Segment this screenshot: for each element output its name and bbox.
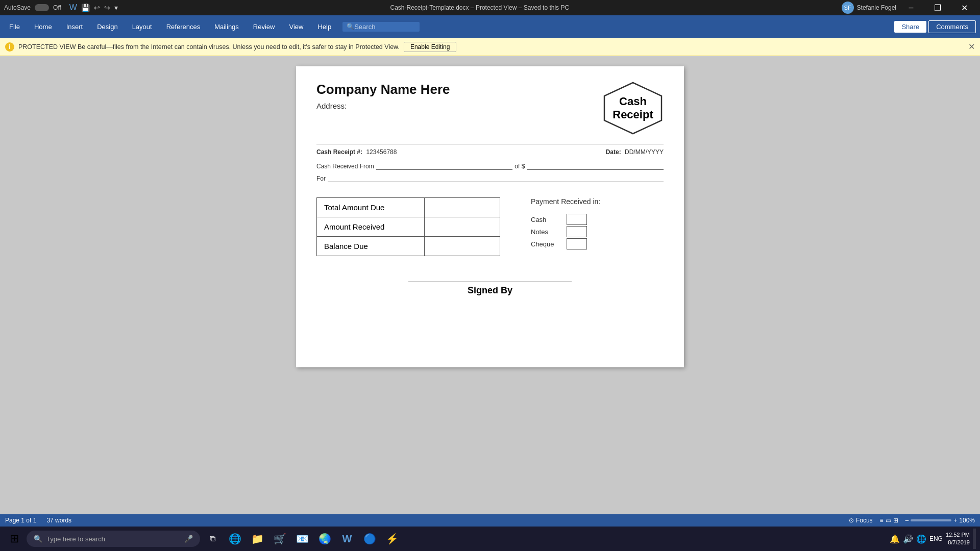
customize-icon[interactable]: ▾ — [114, 4, 118, 12]
company-info: Company Name Here Address: — [316, 82, 450, 110]
table-row: Amount Received — [317, 217, 500, 237]
title-bar-left: AutoSave Off W 💾 ↩ ↪ ▾ — [4, 3, 118, 12]
main-content: Company Name Here Address: Cash Receipt … — [0, 56, 980, 514]
zoom-in-icon[interactable]: + — [953, 517, 957, 524]
edge-icon[interactable]: 🌐 — [225, 529, 245, 549]
amount-value[interactable] — [425, 237, 500, 256]
table-row: Total Amount Due — [317, 198, 500, 217]
menu-layout[interactable]: Layout — [125, 15, 159, 38]
zoom-slider[interactable] — [911, 519, 951, 521]
amounts-table: Total Amount DueAmount ReceivedBalance D… — [316, 197, 500, 256]
enable-editing-button[interactable]: Enable Editing — [404, 42, 456, 52]
view-icons: ≡ ▭ ⊞ — [880, 517, 898, 524]
autosave-state: Off — [53, 4, 61, 11]
payment-row: Cash — [531, 214, 600, 225]
word-icon: W — [69, 3, 77, 12]
menu-insert[interactable]: Insert — [59, 15, 90, 38]
language-indicator: ENG — [929, 535, 943, 542]
menu-view[interactable]: View — [282, 15, 310, 38]
taskbar-mic-icon[interactable]: 🎤 — [184, 535, 193, 543]
menu-bar: File Home Insert Design Layout Reference… — [0, 15, 980, 38]
menu-file[interactable]: File — [2, 15, 27, 38]
menu-help[interactable]: Help — [310, 15, 338, 38]
menu-review[interactable]: Review — [246, 15, 282, 38]
focus-label[interactable]: ⊙ Focus — [849, 517, 873, 524]
search-bar-area[interactable]: 🔍 — [342, 22, 420, 32]
file-explorer-icon[interactable]: 📁 — [247, 529, 267, 549]
company-address: Address: — [316, 102, 450, 110]
payment-checkbox[interactable] — [567, 226, 587, 237]
search-input[interactable] — [354, 23, 415, 31]
task-view-button[interactable]: ⧉ — [202, 529, 223, 549]
payment-method-label: Cheque — [531, 240, 561, 248]
app2-icon[interactable]: ⚡ — [382, 529, 402, 549]
payment-title: Payment Received in: — [531, 197, 600, 206]
amount-value[interactable] — [425, 217, 500, 237]
save-icon[interactable]: 💾 — [81, 4, 90, 12]
clock-time: 12:52 PM — [946, 531, 970, 539]
amount-label: Total Amount Due — [317, 198, 425, 217]
store-icon[interactable]: 🛒 — [270, 529, 290, 549]
payment-row: Cheque — [531, 238, 600, 249]
user-avatar[interactable]: SF — [842, 2, 854, 14]
receipt-date: Date: DD/MM/YYYY — [606, 148, 664, 156]
chrome-icon[interactable]: 🌏 — [314, 529, 335, 549]
windows-icon: ⊞ — [10, 532, 19, 545]
word-count: 37 words — [46, 517, 71, 524]
read-mode-icon[interactable]: ≡ — [880, 517, 884, 524]
web-layout-icon[interactable]: ⊞ — [893, 517, 898, 524]
focus-icon: ⊙ — [849, 517, 854, 524]
clock-date: 8/7/2019 — [946, 539, 970, 546]
print-layout-icon[interactable]: ▭ — [886, 517, 891, 524]
search-icon: 🔍 — [347, 23, 354, 30]
autosave-toggle[interactable] — [35, 4, 49, 11]
cash-received-from-field[interactable] — [376, 163, 513, 170]
close-banner-button[interactable]: ✕ — [968, 42, 975, 52]
for-label: For — [316, 175, 326, 182]
app1-icon[interactable]: 🔵 — [359, 529, 380, 549]
zoom-controls: – + 100% — [905, 517, 975, 524]
notification-icon[interactable]: 🔔 — [890, 534, 900, 544]
taskbar: ⊞ 🔍 Type here to search 🎤 ⧉ 🌐 📁 🛒 📧 🌏 W … — [0, 527, 980, 551]
undo-icon[interactable]: ↩ — [94, 4, 100, 12]
word-taskbar-icon[interactable]: W — [337, 529, 357, 549]
receipt-details: Cash Receipt #: 123456788 Date: DD/MM/YY… — [316, 144, 664, 156]
comments-button[interactable]: Comments — [928, 20, 976, 33]
menu-mailings[interactable]: Mailings — [207, 15, 246, 38]
title-bar-right: SF Stefanie Fogel – ❐ ✕ — [842, 0, 976, 15]
for-field[interactable] — [328, 175, 664, 182]
close-button[interactable]: ✕ — [952, 0, 976, 15]
amount-value[interactable] — [425, 198, 500, 217]
payment-checkbox[interactable] — [567, 214, 587, 225]
restore-button[interactable]: ❐ — [926, 0, 949, 15]
menu-home[interactable]: Home — [27, 15, 59, 38]
network-icon[interactable]: 🌐 — [916, 534, 926, 544]
amount-field[interactable] — [527, 163, 664, 170]
payment-rows: CashNotesCheque — [531, 214, 600, 249]
taskbar-search-icon: 🔍 — [34, 535, 42, 543]
payment-row: Notes — [531, 226, 600, 237]
signed-by-label: Signed By — [316, 285, 664, 296]
company-name: Company Name Here — [316, 82, 450, 97]
autosave-label: AutoSave — [4, 4, 31, 11]
for-line: For — [316, 175, 664, 182]
payment-method-label: Notes — [531, 228, 561, 236]
start-button[interactable]: ⊞ — [4, 529, 24, 549]
title-bar: AutoSave Off W 💾 ↩ ↪ ▾ Cash-Receipt-Temp… — [0, 0, 980, 15]
amounts-tbody: Total Amount DueAmount ReceivedBalance D… — [317, 198, 500, 256]
show-desktop-button[interactable] — [973, 529, 976, 549]
menu-design[interactable]: Design — [90, 15, 125, 38]
zoom-out-icon[interactable]: – — [905, 517, 909, 524]
share-button[interactable]: Share — [894, 21, 926, 33]
redo-icon[interactable]: ↪ — [104, 4, 110, 12]
volume-icon[interactable]: 🔊 — [903, 534, 913, 544]
taskbar-right: 🔔 🔊 🌐 ENG 12:52 PM 8/7/2019 — [890, 529, 976, 549]
amount-label: Amount Received — [317, 217, 425, 237]
minimize-button[interactable]: – — [899, 0, 923, 15]
payment-checkbox[interactable] — [567, 238, 587, 249]
document: Company Name Here Address: Cash Receipt … — [296, 66, 684, 367]
menu-references[interactable]: References — [159, 15, 207, 38]
zoom-percent: 100% — [959, 517, 975, 524]
mail-icon[interactable]: 📧 — [292, 529, 312, 549]
taskbar-search[interactable]: 🔍 Type here to search 🎤 — [27, 531, 200, 547]
